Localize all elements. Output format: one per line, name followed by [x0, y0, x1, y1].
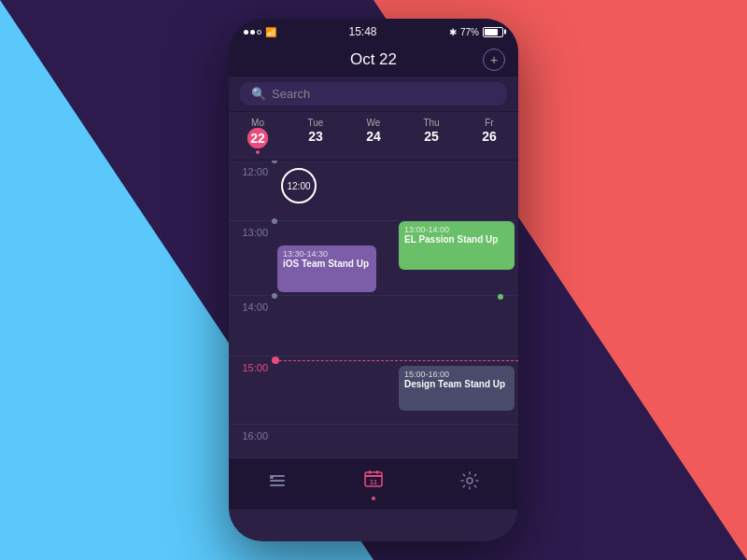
nav-active-dot-calendar	[372, 497, 375, 500]
clock-circle: 12:00	[281, 168, 317, 203]
event-title-ios: iOS Team Stand Up	[283, 259, 371, 269]
signal-dots	[244, 30, 261, 35]
calendar-body: 12:00 12:00 13:00 13:30-14:30 iOS Team S…	[229, 161, 518, 457]
event-title-design: Design Team Stand Up	[404, 379, 509, 389]
add-event-button[interactable]: +	[483, 49, 505, 71]
search-bar: 🔍 Search	[229, 77, 518, 112]
day-col-mo[interactable]: Mo 22	[229, 118, 287, 154]
current-time-indicator	[275, 357, 518, 364]
time-content-1200: 12:00	[275, 161, 518, 220]
time-row-1200: 12:00 12:00	[229, 161, 518, 221]
wifi-icon: 📶	[265, 27, 276, 37]
event-time-ios: 13:30-14:30	[283, 249, 371, 259]
nav-item-calendar[interactable]: 11	[363, 468, 384, 500]
nav-item-list[interactable]	[267, 470, 288, 497]
search-input-wrapper[interactable]: 🔍 Search	[240, 82, 507, 105]
calendar-header: Oct 22 +	[229, 45, 518, 77]
day-col-fr[interactable]: Fr 26	[460, 118, 518, 154]
event-title-el: EL Passion Stand Up	[404, 234, 509, 245]
active-day-dot	[256, 150, 260, 154]
time-content-1300: 13:30-14:30 iOS Team Stand Up 13:00-14:0…	[275, 221, 518, 281]
phone-frame: 📶 15:48 ✱ 77% Oct 22 + 🔍 Search Mo 22	[229, 19, 518, 541]
day-col-thu[interactable]: Thu 25	[402, 118, 460, 154]
time-label-1300: 13:00	[229, 221, 275, 238]
dot-1	[244, 30, 248, 35]
day-col-we[interactable]: We 24	[345, 118, 402, 154]
event-design-standup[interactable]: 15:00-16:00 Design Team Stand Up	[399, 366, 514, 411]
event-time-design: 15:00-16:00	[404, 370, 509, 379]
status-left: 📶	[244, 27, 276, 37]
status-bar: 📶 15:48 ✱ 77%	[229, 19, 518, 45]
time-content-1600	[275, 425, 518, 457]
time-row-1500: 15:00 15:00-16:00 Design Team Stand Up	[229, 357, 518, 425]
svg-point-9	[467, 478, 472, 483]
dot-3	[257, 30, 261, 35]
bottom-nav: 11	[229, 457, 518, 510]
status-right: ✱ 77%	[449, 27, 503, 37]
nav-item-settings[interactable]	[459, 470, 480, 497]
time-label-1400: 14:00	[229, 296, 275, 313]
svg-rect-2	[270, 484, 285, 486]
day-col-tue[interactable]: Tue 23	[287, 118, 345, 154]
time-content-1400	[275, 296, 518, 356]
battery-percent: 77%	[460, 27, 479, 37]
bluetooth-icon: ✱	[449, 27, 457, 37]
time-row-1600: 16:00	[229, 425, 518, 457]
header-title: Oct 22	[350, 50, 397, 69]
svg-rect-7	[376, 470, 378, 474]
dot-marker-1300	[272, 218, 277, 224]
time-label-1600: 16:00	[229, 425, 275, 441]
svg-rect-3	[270, 475, 274, 479]
calendar-icon: 11	[363, 468, 384, 493]
dot-marker-1400	[272, 293, 277, 299]
svg-rect-1	[270, 480, 285, 482]
search-icon: 🔍	[251, 87, 266, 101]
event-ios-standup[interactable]: 13:30-14:30 iOS Team Stand Up	[277, 245, 376, 292]
list-icon	[267, 470, 288, 496]
battery-fill	[485, 29, 498, 35]
time-row-1300: 13:00 13:30-14:30 iOS Team Stand Up 13:0…	[229, 221, 518, 296]
svg-rect-6	[369, 470, 371, 474]
svg-text:11: 11	[370, 479, 377, 485]
settings-icon	[459, 470, 480, 496]
current-time-line	[279, 360, 518, 361]
dot-marker-1200	[272, 161, 277, 163]
event-el-passion[interactable]: 13:00-14:00 EL Passion Stand Up	[399, 221, 514, 270]
dot-2	[250, 30, 255, 35]
current-time-dot	[272, 357, 279, 364]
day-header-row: Mo 22 Tue 23 We 24 Thu 25 Fr 26	[229, 112, 518, 161]
status-time: 15:48	[348, 25, 376, 38]
time-label-1200: 12:00	[229, 161, 275, 177]
battery-icon	[483, 27, 503, 37]
time-row-1400: 14:00	[229, 296, 518, 357]
svg-rect-5	[365, 475, 382, 477]
event-time-el: 13:00-14:00	[404, 225, 509, 234]
time-content-1500: 15:00-16:00 Design Team Stand Up	[275, 357, 518, 424]
search-placeholder: Search	[272, 87, 310, 101]
time-label-1500: 15:00	[229, 357, 275, 373]
